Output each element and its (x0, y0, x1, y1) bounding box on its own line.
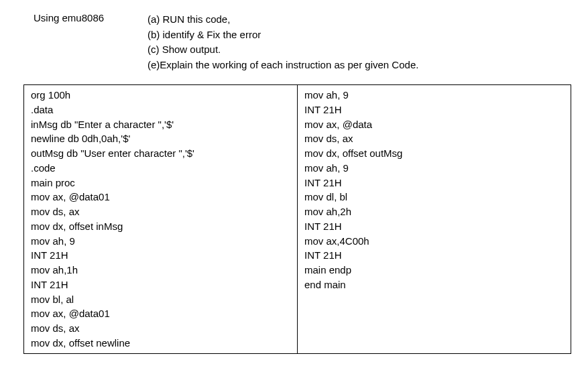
code-line: INT 21H (31, 248, 290, 263)
code-line: mov ds, ax (304, 131, 564, 146)
code-line: .code (31, 161, 290, 176)
tool-label-container: Using emu8086 (34, 12, 148, 72)
task-list: (a) RUN this code, (b) identify & Fix th… (148, 12, 568, 72)
question-header: Using emu8086 (a) RUN this code, (b) ide… (20, 12, 568, 72)
code-line: mov ah, 9 (31, 234, 290, 249)
code-column-right: mov ah, 9 INT 21H mov ax, @data mov ds, … (298, 85, 571, 354)
code-line: INT 21H (304, 248, 564, 263)
code-line: mov dx, offset newline (31, 336, 290, 351)
code-line: mov ah, 9 (304, 88, 564, 103)
code-line: mov ah, 9 (304, 161, 564, 176)
code-line: INT 21H (31, 278, 290, 292)
code-line: mov ax, @data01 (31, 190, 290, 204)
code-line: mov ah,1h (31, 263, 290, 278)
task-item: (e)Explain the working of each instructi… (148, 58, 568, 73)
code-line: mov ds, ax (31, 204, 290, 219)
code-line: INT 21H (304, 219, 564, 234)
code-line: mov dx, offset inMsg (31, 219, 290, 234)
code-line: INT 21H (304, 103, 564, 117)
code-line: org 100h (31, 88, 290, 103)
task-item: (a) RUN this code, (148, 12, 568, 27)
table-row: org 100h .data inMsg db "Enter a charact… (24, 85, 571, 354)
task-item: (b) identify & Fix the error (148, 27, 568, 43)
code-line: mov ax, @data (304, 117, 564, 132)
task-item: (c) Show output. (148, 42, 568, 58)
code-line: main endp (304, 263, 564, 278)
code-line: mov ds, ax (31, 321, 290, 336)
tool-label: Using emu8086 (34, 12, 104, 23)
code-line: inMsg db "Enter a character ",'$' (31, 117, 290, 132)
code-line: mov dl, bl (304, 190, 564, 204)
code-column-left: org 100h .data inMsg db "Enter a charact… (24, 85, 298, 354)
code-line: main proc (31, 176, 290, 190)
code-line: INT 21H (304, 176, 564, 190)
code-line: mov dx, offset outMsg (304, 146, 564, 161)
code-line: mov ah,2h (304, 204, 564, 219)
code-line: mov ax, @data01 (31, 306, 290, 321)
code-line: outMsg db "User enter character ",'$' (31, 146, 290, 161)
code-line: mov bl, al (31, 292, 290, 307)
code-line: end main (304, 278, 564, 292)
code-line: mov ax,4C00h (304, 234, 564, 249)
code-line: .data (31, 103, 290, 117)
code-table: org 100h .data inMsg db "Enter a charact… (23, 84, 571, 354)
code-line: newline db 0dh,0ah,'$' (31, 131, 290, 146)
